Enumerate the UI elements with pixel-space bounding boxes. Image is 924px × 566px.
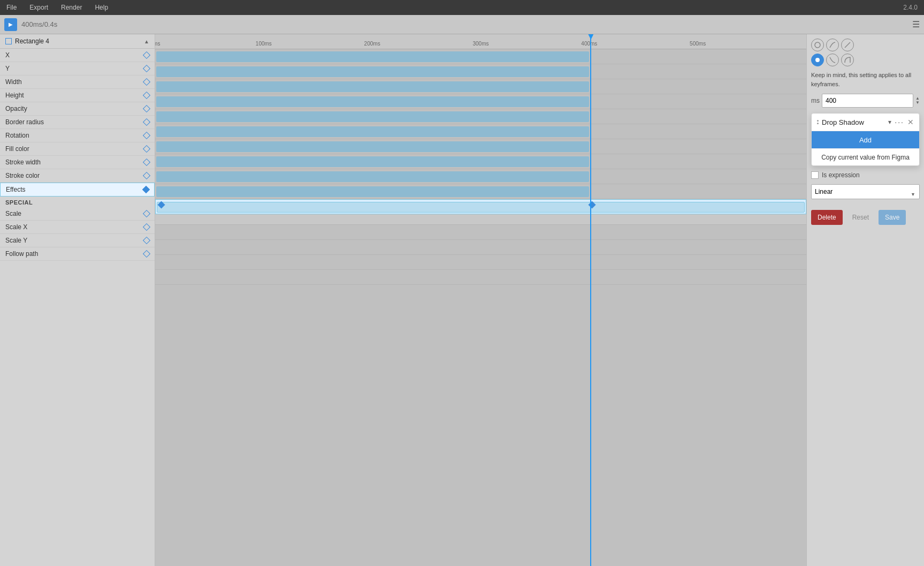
prop-row-effects: Effects [0, 183, 155, 197]
popup-copy-button[interactable]: Copy current value from Figma [812, 148, 919, 165]
menu-help[interactable]: Help [93, 3, 110, 12]
timeline-row-effects [155, 199, 806, 214]
popup-close-icon[interactable]: ✕ [907, 118, 914, 126]
popup-title: Drop Shadow [822, 118, 885, 126]
easing-select-wrapper: Linear Ease In Ease Out Ease In Out Cubi… [811, 184, 920, 205]
version-label: 2.4.0 [901, 3, 920, 12]
special-section-header: SPECIAL [0, 197, 155, 207]
time-secondary: /0.4s [42, 20, 57, 28]
layer-header: Rectangle 4 ▲ [0, 34, 155, 49]
layer-block-y [156, 66, 589, 77]
time-display: 400ms/0.4s [21, 20, 57, 28]
timeline-area[interactable]: 0ms 100ms 200ms 300ms 400ms 500ms [155, 34, 806, 566]
keyframe-height[interactable] [143, 92, 150, 99]
easing-grid [811, 39, 920, 66]
ms-row: ms ▲ ▼ [811, 94, 920, 108]
menubar: File Export Render Help 2.4.0 [0, 0, 924, 15]
popup-add-button[interactable]: Add [812, 131, 919, 148]
timeline-row-rotation [155, 139, 806, 154]
easing-option-4[interactable] [811, 54, 824, 66]
timeline-row-x [155, 49, 806, 64]
easing-option-3[interactable] [841, 39, 854, 51]
timeline-row-stroke-color [155, 184, 806, 199]
keyframe-stroke-color[interactable] [143, 172, 150, 179]
layer-header-left: Rectangle 4 [5, 37, 49, 45]
ms-spinner[interactable]: ▲ ▼ [915, 96, 920, 105]
reset-button[interactable]: Reset [847, 210, 874, 225]
keyframe-rotation[interactable] [143, 132, 150, 139]
ruler-200ms: 200ms [364, 41, 380, 47]
timeline-row-stroke-width [155, 169, 806, 184]
time-value: 400ms [21, 20, 42, 28]
prop-name-effects: Effects [6, 186, 25, 193]
easing-option-6[interactable] [841, 54, 854, 66]
prop-row-fill-color: Fill color [0, 142, 155, 156]
timeline-row-opacity [155, 109, 806, 124]
prop-row-width: Width [0, 76, 155, 89]
topbar: 400ms/0.4s ☰ [0, 15, 924, 34]
timeline-row-height [155, 94, 806, 109]
special-section-spacer [155, 214, 806, 225]
prop-row-stroke-width: Stroke width [0, 156, 155, 169]
prop-row-y: Y [0, 62, 155, 76]
prop-row-border-radius: Border radius [0, 116, 155, 129]
delete-button[interactable]: Delete [811, 210, 843, 225]
menu-render[interactable]: Render [59, 3, 84, 12]
prop-name-opacity: Opacity [5, 105, 27, 112]
prop-row-scale-x: Scale X [0, 221, 155, 234]
layer-block-x [156, 51, 589, 62]
ms-label: ms [811, 97, 820, 104]
keyframe-stroke-width[interactable] [143, 159, 150, 166]
prop-row-x: X [0, 49, 155, 62]
keyframe-scale-y[interactable] [143, 237, 150, 244]
collapse-button[interactable]: ▲ [144, 39, 149, 44]
keyframe-effects[interactable] [142, 186, 150, 193]
ruler-300ms: 300ms [472, 41, 488, 47]
hamburger-menu[interactable]: ☰ [912, 19, 920, 29]
prop-row-opacity: Opacity [0, 102, 155, 116]
timeline-row-fill-color [155, 154, 806, 169]
keyframe-border-radius[interactable] [143, 118, 150, 126]
layer-block-stroke-width [156, 171, 589, 182]
popup-more-icon[interactable]: ··· [895, 118, 904, 126]
prop-name-scale: Scale [5, 210, 21, 217]
svg-point-0 [815, 42, 820, 48]
time-ruler: 0ms 100ms 200ms 300ms 400ms 500ms [155, 34, 806, 49]
prop-name-follow-path: Follow path [5, 250, 38, 258]
prop-name-y: Y [5, 65, 10, 72]
keyframe-width[interactable] [143, 78, 150, 86]
keyframe-x[interactable] [143, 51, 150, 59]
keyframe-opacity[interactable] [143, 105, 150, 112]
timeline-row-width [155, 79, 806, 94]
left-panel: Rectangle 4 ▲ X Y Width Height Opacity B… [0, 34, 155, 566]
menu-export[interactable]: Export [27, 3, 50, 12]
timeline-row-scale-y [155, 255, 806, 270]
prop-name-stroke-color: Stroke color [5, 172, 40, 179]
layer-icon [5, 38, 12, 44]
play-button[interactable] [4, 18, 17, 31]
easing-select[interactable]: Linear Ease In Ease Out Ease In Out Cubi… [811, 184, 920, 199]
ms-input[interactable] [822, 94, 913, 108]
menu-file[interactable]: File [4, 3, 19, 12]
keyframe-follow-path[interactable] [143, 250, 150, 258]
save-button[interactable]: Save [879, 210, 906, 225]
easing-option-2[interactable] [826, 39, 839, 51]
is-expression-checkbox[interactable] [811, 171, 819, 179]
keyframe-fill-color[interactable] [143, 145, 150, 153]
layer-block-width [156, 81, 589, 92]
layer-block-height [156, 96, 589, 107]
keyframe-scale[interactable] [143, 210, 150, 217]
keyframe-y[interactable] [143, 65, 150, 72]
prop-name-height: Height [5, 92, 24, 99]
drag-handle[interactable] [817, 120, 819, 124]
layer-block-opacity [156, 111, 589, 122]
prop-row-stroke-color: Stroke color [0, 169, 155, 183]
prop-name-stroke-width: Stroke width [5, 159, 41, 166]
prop-row-height: Height [0, 89, 155, 102]
ruler-500ms: 500ms [690, 41, 706, 47]
easing-option-5[interactable] [826, 54, 839, 66]
easing-option-1[interactable] [811, 39, 824, 51]
keyframe-scale-x[interactable] [143, 223, 150, 231]
popup-chevron-icon[interactable]: ▾ [888, 118, 891, 126]
layer-name: Rectangle 4 [15, 37, 49, 45]
